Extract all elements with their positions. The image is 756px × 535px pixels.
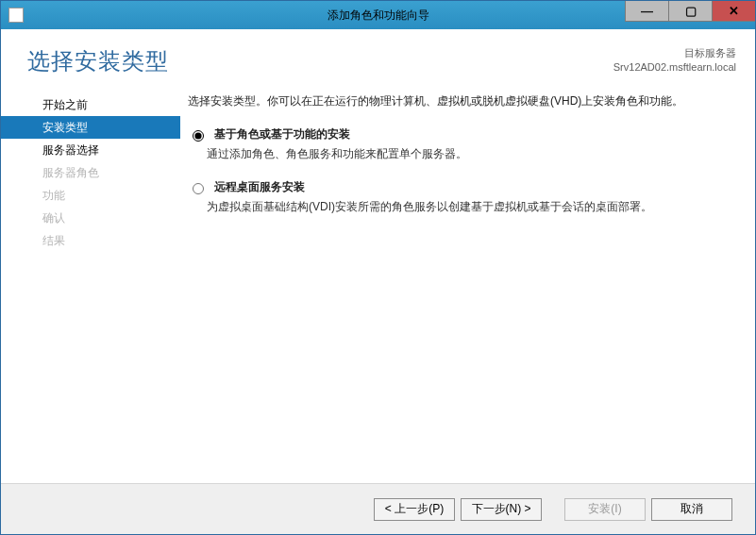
page-title: 选择安装类型 [27,46,169,76]
sidebar-item-server-roles: 服务器角色 [1,161,180,184]
titlebar: 添加角色和功能向导 — ▢ ✕ [1,1,755,29]
mid-area: 开始之前 安装类型 服务器选择 服务器角色 功能 确认 结果 选择安装类型。你可… [1,93,755,483]
sidebar-item-installation-type[interactable]: 安装类型 [1,116,180,139]
target-server-box: 目标服务器 Srv12AD02.msftlearn.local [613,46,736,75]
sidebar-item-server-selection[interactable]: 服务器选择 [1,139,180,161]
window-controls: — ▢ ✕ [625,1,755,29]
app-icon [8,8,24,23]
previous-button[interactable]: < 上一步(P) [374,498,455,521]
minimize-button[interactable]: — [625,1,668,22]
option-remote-desktop[interactable]: 远程桌面服务安装 为虚拟桌面基础结构(VDI)安装所需的角色服务以创建基于虚拟机… [188,179,732,215]
footer-bar: < 上一步(P) 下一步(N) > 安装(I) 取消 [1,483,755,534]
sidebar: 开始之前 安装类型 服务器选择 服务器角色 功能 确认 结果 [1,93,180,483]
sidebar-item-features: 功能 [1,184,180,207]
install-button: 安装(I) [564,498,646,521]
wizard-window: 添加角色和功能向导 — ▢ ✕ 选择安装类型 目标服务器 Srv12AD02.m… [0,0,756,535]
option-role-based[interactable]: 基于角色或基于功能的安装 通过添加角色、角色服务和功能来配置单个服务器。 [188,126,732,162]
close-button[interactable]: ✕ [712,1,755,22]
wizard-body: 选择安装类型 目标服务器 Srv12AD02.msftlearn.local 开… [1,29,755,534]
content-panel: 选择安装类型。你可以在正在运行的物理计算机、虚拟机或脱机虚拟硬盘(VHD)上安装… [180,93,755,483]
option-role-based-desc: 通过添加角色、角色服务和功能来配置单个服务器。 [207,146,732,162]
option-role-based-title: 基于角色或基于功能的安装 [214,126,350,142]
sidebar-item-results: 结果 [1,229,180,252]
intro-text: 选择安装类型。你可以在正在运行的物理计算机、虚拟机或脱机虚拟硬盘(VHD)上安装… [188,93,732,109]
sidebar-item-before-you-begin[interactable]: 开始之前 [1,93,180,116]
target-server-label: 目标服务器 [613,46,736,60]
option-remote-desktop-title: 远程桌面服务安装 [214,179,305,195]
cancel-button[interactable]: 取消 [651,498,732,521]
option-role-based-radio[interactable] [193,130,204,142]
sidebar-item-confirmation: 确认 [1,207,180,229]
target-server-value: Srv12AD02.msftlearn.local [613,60,736,75]
maximize-button[interactable]: ▢ [668,1,712,22]
next-button[interactable]: 下一步(N) > [461,498,542,521]
option-remote-desktop-desc: 为虚拟桌面基础结构(VDI)安装所需的角色服务以创建基于虚拟机或基于会话的桌面部… [207,199,732,215]
option-remote-desktop-radio[interactable] [193,183,204,194]
header-row: 选择安装类型 目标服务器 Srv12AD02.msftlearn.local [1,29,755,76]
